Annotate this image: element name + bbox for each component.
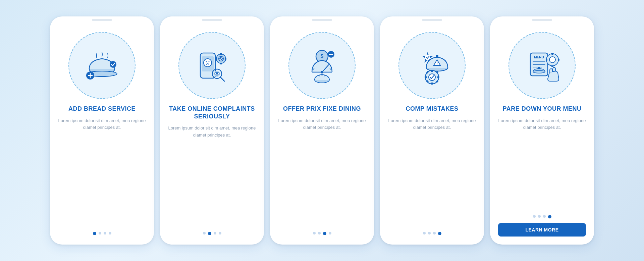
card-5-icon-area: MENU bbox=[508, 32, 576, 99]
card-1-dots bbox=[93, 232, 111, 235]
card-4-icon-area bbox=[398, 32, 466, 99]
card-4-desc: Lorem ipsum dolor sit dim amet, mea regi… bbox=[388, 117, 476, 132]
svg-rect-45 bbox=[437, 76, 439, 78]
cards-container: ADD BREAD SERVICE Lorem ipsum dolor sit … bbox=[43, 10, 601, 251]
svg-rect-13 bbox=[220, 53, 222, 55]
card-3: $ OF bbox=[270, 16, 374, 245]
pare-menu-icon: MENU bbox=[520, 44, 564, 87]
card-1-desc: Lorem ipsum dolor sit dim amet, mea regi… bbox=[58, 117, 146, 132]
svg-rect-36 bbox=[436, 55, 438, 58]
dot-4 bbox=[109, 232, 111, 234]
dot-2 bbox=[318, 232, 321, 234]
svg-line-20 bbox=[221, 77, 224, 81]
dot-3 bbox=[543, 215, 546, 218]
svg-rect-44 bbox=[425, 76, 427, 78]
dot-4 bbox=[219, 232, 221, 234]
dot-1 bbox=[423, 232, 426, 234]
card-1: ADD BREAD SERVICE Lorem ipsum dolor sit … bbox=[50, 16, 154, 245]
card-2-icon-area bbox=[178, 32, 246, 99]
svg-point-8 bbox=[204, 59, 212, 67]
card-2-dots bbox=[203, 232, 221, 235]
svg-rect-59 bbox=[551, 53, 553, 55]
card-2-desc: Lorem ipsum dolor sit dim amet, mea regi… bbox=[168, 125, 256, 139]
card-4: COMP MISTAKES Lorem ipsum dolor sit dim … bbox=[380, 16, 484, 245]
dot-1 bbox=[533, 215, 536, 218]
card-3-title: OFFER PRIX FIXE DINING bbox=[283, 105, 361, 113]
dot-2 bbox=[99, 232, 101, 234]
prix-fixe-icon: $ bbox=[300, 44, 344, 87]
svg-rect-16 bbox=[225, 58, 226, 60]
dot-3 bbox=[323, 232, 326, 235]
svg-rect-60 bbox=[551, 65, 553, 67]
card-3-icon-area: $ bbox=[288, 32, 356, 99]
svg-rect-56 bbox=[538, 67, 540, 69]
card-4-dots bbox=[423, 232, 441, 235]
svg-text:$: $ bbox=[321, 53, 324, 59]
card-2: TAKE ONLINE COMPLAINTS SERIOUSLY Lorem i… bbox=[160, 16, 264, 245]
svg-point-39 bbox=[437, 65, 438, 66]
svg-rect-15 bbox=[215, 58, 217, 60]
svg-point-22 bbox=[216, 73, 218, 75]
dot-3 bbox=[104, 232, 106, 234]
svg-rect-42 bbox=[431, 70, 433, 72]
learn-more-button[interactable]: LEARN MORE bbox=[498, 223, 586, 237]
svg-point-34 bbox=[425, 55, 430, 60]
dot-1 bbox=[313, 232, 316, 234]
card-5: MENU bbox=[490, 16, 594, 245]
dot-1 bbox=[93, 232, 96, 235]
card-5-desc: Lorem ipsum dolor sit dim amet, mea regi… bbox=[498, 117, 586, 132]
svg-point-58 bbox=[549, 57, 555, 63]
comp-mistakes-icon bbox=[410, 44, 454, 87]
card-4-title: COMP MISTAKES bbox=[406, 105, 459, 113]
svg-point-9 bbox=[206, 61, 207, 62]
dot-4 bbox=[438, 232, 441, 235]
svg-text:MENU: MENU bbox=[534, 55, 544, 59]
card-1-title: ADD BREAD SERVICE bbox=[68, 105, 136, 113]
svg-rect-43 bbox=[431, 83, 433, 85]
svg-point-55 bbox=[533, 70, 545, 73]
card-5-dots bbox=[533, 215, 551, 218]
dot-1 bbox=[203, 232, 206, 234]
svg-point-10 bbox=[209, 61, 210, 62]
dot-2 bbox=[208, 232, 211, 235]
dot-4 bbox=[548, 215, 551, 218]
bread-service-icon bbox=[80, 44, 124, 87]
dot-3 bbox=[214, 232, 216, 234]
svg-rect-62 bbox=[558, 59, 559, 61]
dot-4 bbox=[329, 232, 331, 234]
card-3-dots bbox=[313, 232, 331, 235]
svg-point-26 bbox=[321, 71, 323, 73]
svg-rect-14 bbox=[220, 63, 222, 64]
card-2-title: TAKE ONLINE COMPLAINTS SERIOUSLY bbox=[168, 105, 256, 120]
dot-3 bbox=[433, 232, 436, 234]
dot-2 bbox=[538, 215, 541, 218]
complaints-icon bbox=[190, 44, 234, 87]
svg-rect-61 bbox=[546, 59, 547, 61]
card-5-title: PARE DOWN YOUR MENU bbox=[503, 105, 582, 113]
dot-2 bbox=[428, 232, 431, 234]
card-3-desc: Lorem ipsum dolor sit dim amet, mea regi… bbox=[278, 117, 366, 132]
card-1-icon-area bbox=[68, 32, 136, 99]
svg-point-5 bbox=[110, 61, 116, 68]
